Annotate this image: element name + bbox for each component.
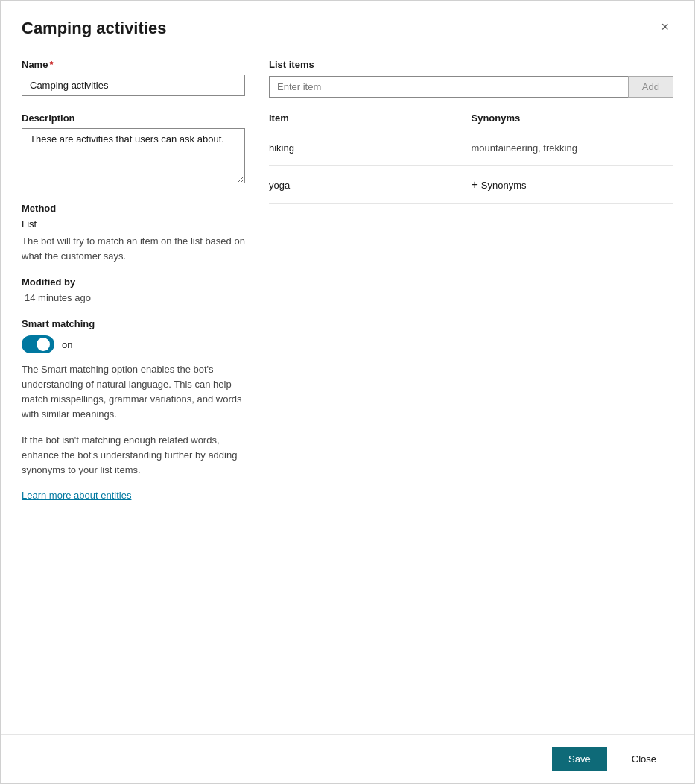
name-label: Name* — [22, 59, 245, 70]
add-synonyms-button[interactable]: + Synonyms — [472, 178, 527, 192]
close-icon-button[interactable]: × — [656, 19, 673, 35]
toggle-row: on — [22, 335, 245, 353]
description-label: Description — [22, 113, 245, 124]
save-button[interactable]: Save — [552, 747, 607, 771]
modified-section: Modified by 14 minutes ago — [22, 276, 245, 303]
description-input[interactable]: These are activities that users can ask … — [22, 128, 245, 183]
dialog-footer: Save Close — [1, 734, 694, 783]
dialog-header: Camping activities × — [22, 19, 673, 38]
enter-item-row: Add — [269, 76, 673, 98]
plus-icon: + — [472, 178, 478, 192]
smart-matching-toggle[interactable] — [22, 335, 54, 353]
dialog-title: Camping activities — [22, 19, 166, 38]
smart-matching-desc-1: The Smart matching option enables the bo… — [22, 362, 245, 423]
close-button[interactable]: Close — [615, 747, 673, 771]
enter-item-input[interactable] — [269, 76, 628, 98]
column-header-item: Item — [269, 113, 472, 124]
column-header-synonyms: Synonyms — [472, 113, 674, 124]
row-item-yoga: yoga — [269, 180, 472, 191]
table-header: Item Synonyms — [269, 113, 673, 130]
row-synonyms-yoga: + Synonyms — [472, 178, 674, 192]
learn-more-link[interactable]: Learn more about entities — [22, 490, 131, 501]
toggle-label: on — [62, 339, 72, 350]
required-indicator: * — [49, 59, 53, 70]
name-field-group: Name* — [22, 59, 245, 96]
method-value: List — [22, 218, 245, 230]
method-section: Method List The bot will try to match an… — [22, 203, 245, 263]
right-panel: List items Add Item Synonyms hiking moun… — [269, 59, 673, 513]
modified-label: Modified by — [22, 276, 245, 288]
method-label: Method — [22, 203, 245, 214]
left-panel: Name* Description These are activities t… — [22, 59, 245, 513]
dialog: Camping activities × Name* Description T… — [0, 0, 695, 784]
smart-matching-label: Smart matching — [22, 318, 245, 329]
row-item-hiking: hiking — [269, 142, 472, 154]
modified-value: 14 minutes ago — [22, 292, 245, 303]
add-item-button[interactable]: Add — [628, 76, 673, 98]
dialog-body: Name* Description These are activities t… — [22, 59, 673, 513]
list-items-label: List items — [269, 59, 673, 70]
name-input[interactable] — [22, 75, 245, 96]
smart-matching-section: Smart matching on The Smart matching opt… — [22, 318, 245, 502]
row-synonyms-hiking: mountaineering, trekking — [472, 142, 674, 154]
method-description: The bot will try to match an item on the… — [22, 234, 245, 263]
smart-matching-desc-2: If the bot isn't matching enough related… — [22, 433, 245, 478]
add-synonyms-label: Synonyms — [481, 180, 527, 191]
description-field-group: Description These are activities that us… — [22, 113, 245, 186]
table-row: hiking mountaineering, trekking — [269, 130, 673, 166]
table-row: yoga + Synonyms — [269, 166, 673, 204]
